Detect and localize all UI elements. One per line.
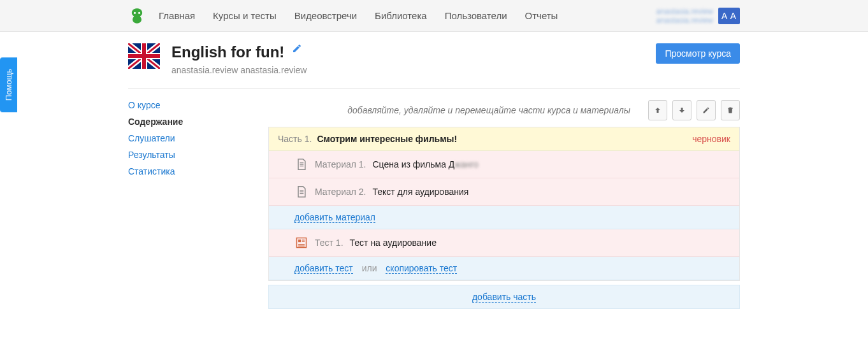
help-tab[interactable]: Помощь bbox=[0, 57, 17, 112]
part-header[interactable]: Часть 1. Смотрим интересные фильмы! черн… bbox=[269, 127, 739, 151]
nav-item-meetings[interactable]: Видеовстречи bbox=[294, 10, 357, 21]
copy-test-link[interactable]: скопировать тест bbox=[386, 263, 457, 274]
test-label: Тест 1. bbox=[315, 238, 344, 248]
sidebar-item-listeners[interactable]: Слушатели bbox=[128, 133, 268, 143]
view-course-button[interactable]: Просмотр курса bbox=[656, 43, 740, 64]
svg-rect-8 bbox=[298, 240, 301, 242]
move-up-button[interactable] bbox=[648, 100, 667, 120]
part-label: Часть 1. bbox=[278, 134, 312, 144]
edit-button[interactable] bbox=[697, 100, 716, 120]
user-area[interactable]: anastasia.review anastasia.review A A bbox=[656, 0, 740, 32]
svg-point-1 bbox=[138, 11, 140, 13]
sidebar-item-content[interactable]: Содержание bbox=[128, 117, 268, 127]
or-text: или bbox=[362, 263, 377, 273]
part-title: Смотрим интересные фильмы! bbox=[317, 134, 457, 144]
course-sidebar: О курсе Содержание Слушатели Результаты … bbox=[128, 100, 268, 309]
top-nav: Главная Курсы и тесты Видеовстречи Библи… bbox=[0, 0, 868, 32]
test-row[interactable]: Тест 1. Тест на аудирование bbox=[269, 229, 739, 257]
add-part-link[interactable]: добавить часть bbox=[472, 292, 536, 303]
course-content: добавляйте, удаляйте и перемещайте части… bbox=[268, 100, 740, 309]
edit-icon[interactable] bbox=[292, 43, 302, 54]
material-title: Текст для аудирования bbox=[372, 187, 468, 197]
nav-item-home[interactable]: Главная bbox=[159, 10, 195, 21]
svg-point-0 bbox=[134, 11, 136, 13]
course-author: anastasia.review anastasia.review bbox=[171, 65, 307, 75]
add-part-row: добавить часть bbox=[268, 285, 740, 309]
move-down-button[interactable] bbox=[672, 100, 691, 120]
nav-item-courses[interactable]: Курсы и тесты bbox=[213, 10, 277, 21]
course-part: Часть 1. Смотрим интересные фильмы! черн… bbox=[268, 127, 740, 281]
add-test-link[interactable]: добавить тест bbox=[294, 263, 353, 274]
user-name-line2: anastasia.review bbox=[656, 16, 713, 25]
add-test-row: добавить тест или скопировать тест bbox=[269, 257, 739, 280]
material-label: Материал 2. bbox=[315, 187, 366, 197]
material-row[interactable]: Материал 2. Текст для аудирования bbox=[269, 178, 739, 206]
sidebar-item-about[interactable]: О курсе bbox=[128, 100, 268, 110]
add-material-link[interactable]: добавить материал bbox=[294, 212, 375, 223]
course-title: English for fun! bbox=[171, 43, 284, 61]
material-title: Сцена из фильма Джанго bbox=[372, 159, 478, 169]
nav-item-reports[interactable]: Отчеты bbox=[525, 10, 558, 21]
delete-button[interactable] bbox=[721, 100, 740, 120]
content-hint: добавляйте, удаляйте и перемещайте части… bbox=[268, 105, 643, 115]
user-name-line1: anastasia.review bbox=[656, 7, 713, 16]
logo-icon[interactable] bbox=[128, 7, 146, 25]
test-icon bbox=[294, 236, 308, 250]
add-material-row: добавить материал bbox=[269, 206, 739, 229]
sidebar-item-stats[interactable]: Статистика bbox=[128, 166, 268, 176]
test-title: Тест на аудирование bbox=[350, 238, 437, 248]
material-label: Материал 1. bbox=[315, 159, 366, 169]
svg-rect-6 bbox=[128, 54, 160, 58]
course-header: English for fun! anastasia.review anasta… bbox=[128, 43, 740, 89]
sidebar-item-results[interactable]: Результаты bbox=[128, 150, 268, 160]
nav-item-library[interactable]: Библиотека bbox=[375, 10, 427, 21]
user-avatar-badge[interactable]: A A bbox=[718, 8, 740, 24]
part-status-badge: черновик bbox=[692, 134, 730, 144]
material-row[interactable]: Материал 1. Сцена из фильма Джанго bbox=[269, 151, 739, 178]
course-flag-icon bbox=[128, 43, 160, 69]
document-icon bbox=[294, 185, 308, 199]
document-icon bbox=[294, 157, 308, 171]
nav-item-users[interactable]: Пользователи bbox=[445, 10, 507, 21]
